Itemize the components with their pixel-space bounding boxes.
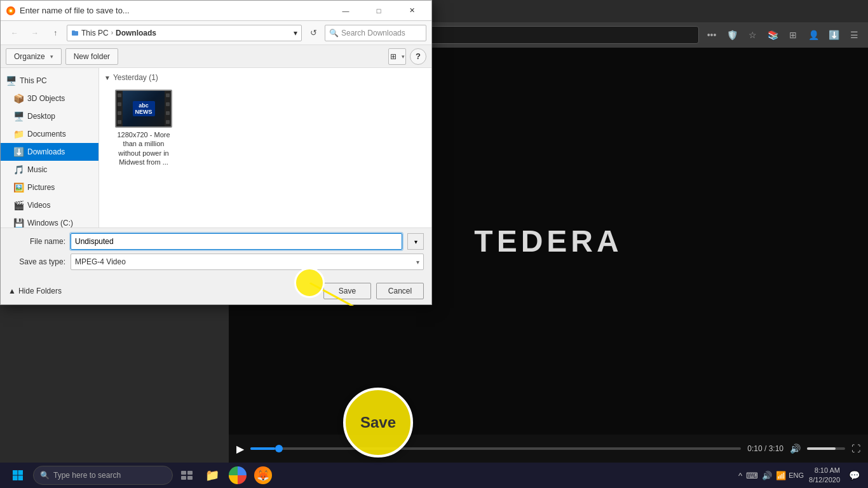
svg-rect-12: [181, 476, 186, 480]
sidebar-item-3d-objects[interactable]: 📦 3D Objects: [1, 90, 98, 107]
tray-chevron-icon[interactable]: ^: [738, 471, 742, 480]
sidebar-item-music[interactable]: 🎵 Music: [1, 161, 98, 179]
sidebar-label-videos: Videos: [27, 201, 50, 210]
library-button[interactable]: 📚: [764, 26, 782, 44]
organize-button[interactable]: Organize ▾: [6, 48, 62, 65]
film-strip-right: [165, 91, 171, 126]
menu-button[interactable]: ☰: [845, 26, 863, 44]
date-group-label: Yesterday (1): [113, 73, 158, 82]
sidebar-label-3d-objects: 3D Objects: [27, 94, 65, 103]
sidebar-item-desktop[interactable]: 🖥️ Desktop: [1, 107, 98, 125]
folder-icon: 📁: [205, 468, 219, 482]
breadcrumb-dropdown-arrow[interactable]: ▾: [294, 29, 297, 37]
search-icon: 🔍: [329, 29, 339, 37]
search-placeholder: Search Downloads: [341, 29, 405, 37]
filename-input[interactable]: [71, 233, 402, 250]
notification-button[interactable]: 💬: [845, 466, 863, 484]
chrome-button[interactable]: [226, 464, 249, 487]
sidebar-label-documents: Documents: [27, 130, 66, 139]
dialog-save-cancel: Save Cancel: [323, 283, 424, 299]
sidebar-item-videos[interactable]: 🎬 Videos: [1, 196, 98, 214]
help-button[interactable]: ?: [410, 48, 426, 65]
synced-tabs-button[interactable]: ⊞: [784, 26, 802, 44]
dialog-nav-toolbar: ← → ↑ This PC › Downloads ▾ ↺ 🔍 Search D…: [1, 21, 431, 45]
fullscreen-button[interactable]: ⛶: [851, 444, 860, 454]
pictures-icon: 🖼️: [13, 182, 24, 193]
nav-forward-button[interactable]: →: [26, 24, 44, 42]
volume-icon[interactable]: 🔊: [790, 444, 801, 454]
cancel-button[interactable]: Cancel: [376, 283, 424, 299]
sidebar-item-windows-c[interactable]: 💾 Windows (C:): [1, 214, 98, 227]
organize-arrow-icon: ▾: [50, 53, 53, 60]
start-button[interactable]: [5, 463, 31, 488]
sidebar-label-this-pc: This PC: [20, 76, 47, 85]
breadcrumb[interactable]: This PC › Downloads ▾: [67, 25, 302, 41]
saveas-value: MPEG-4 Video: [75, 257, 126, 266]
taskbar-right: ENG 8:10 AM 8/12/2020 💬: [789, 466, 863, 485]
firefox-title-icon: [6, 6, 16, 16]
video-overlay-text: TEDERА: [474, 224, 622, 259]
saveas-arrow-icon: ▾: [416, 259, 419, 266]
clock[interactable]: 8:10 AM 8/12/2020: [809, 466, 840, 485]
close-button[interactable]: ✕: [397, 1, 426, 21]
task-view-button[interactable]: [175, 464, 198, 487]
more-button[interactable]: •••: [703, 26, 721, 44]
nav-back-button[interactable]: ←: [6, 24, 24, 42]
taskbar-search[interactable]: 🔍 Type here to search: [33, 466, 173, 485]
sidebar-item-this-pc[interactable]: 🖥️ This PC: [1, 72, 98, 90]
desktop-icon: 🖥️: [13, 111, 24, 121]
file-thumbnail: abcNEWS: [115, 90, 172, 128]
account-button[interactable]: 👤: [804, 26, 822, 44]
svg-point-2: [10, 10, 12, 12]
svg-rect-10: [181, 471, 186, 475]
volume-fill: [807, 447, 836, 450]
hide-folders-button[interactable]: ▲ Hide Folders: [8, 287, 62, 295]
saveas-select[interactable]: MPEG-4 Video ▾: [71, 254, 424, 270]
file-item-video[interactable]: abcNEWS 1280x720 - More than a million w…: [112, 87, 175, 169]
file-explorer-button[interactable]: 📁: [201, 464, 224, 487]
dialog-title: Enter name of file to save to...: [20, 6, 327, 15]
minimize-button[interactable]: —: [331, 1, 360, 21]
film-strip-left: [116, 91, 123, 126]
breadcrumb-separator: ›: [111, 29, 113, 36]
pocket-button[interactable]: 🛡️: [723, 26, 741, 44]
speaker-icon[interactable]: 🔊: [762, 471, 772, 480]
refresh-button[interactable]: ↺: [304, 24, 322, 42]
network-tray-icon[interactable]: 📶: [776, 471, 786, 480]
sidebar-item-pictures[interactable]: 🖼️ Pictures: [1, 179, 98, 196]
dialog-sidebar: 🖥️ This PC 📦 3D Objects 🖥️ Desktop 📁 Doc…: [1, 68, 99, 227]
breadcrumb-current: Downloads: [116, 29, 156, 37]
search-box[interactable]: 🔍 Search Downloads: [325, 25, 426, 41]
browser-toolbar-icons: ••• 🛡️ ☆ 📚 ⊞ 👤 ⬇️ ☰: [703, 26, 863, 44]
file-name: 1280x720 - More than a million without p…: [114, 130, 173, 166]
play-button[interactable]: ▶: [236, 443, 244, 455]
video-controls[interactable]: ▶ 0:10 / 3:10 🔊 ⛶: [229, 435, 868, 463]
firefox-button[interactable]: 🦊: [252, 464, 275, 487]
saveas-label: Save as type:: [8, 257, 65, 266]
svg-rect-7: [18, 470, 24, 475]
annotation-dot-save: [294, 268, 325, 298]
film-hole: [118, 120, 121, 124]
time-display: 0:10 / 3:10: [747, 444, 783, 453]
film-hole: [118, 111, 121, 115]
sidebar-item-downloads[interactable]: ⬇️ Downloads: [1, 143, 98, 161]
sidebar-item-documents[interactable]: 📁 Documents: [1, 125, 98, 143]
this-pc-icon: 🖥️: [6, 76, 16, 86]
downloads-button[interactable]: ⬇️: [825, 26, 843, 44]
annotation-circle-save: Save: [343, 388, 413, 458]
view-toggle-button[interactable]: ⊞ ▾: [388, 48, 406, 65]
system-tray: ^ ⌨ 🔊 📶: [738, 471, 786, 480]
keyboard-icon[interactable]: ⌨: [746, 471, 758, 480]
film-hole: [166, 120, 170, 124]
save-button[interactable]: Save: [323, 283, 371, 299]
svg-rect-11: [187, 471, 193, 475]
nav-up-button[interactable]: ↑: [46, 24, 64, 42]
saveas-row: Save as type: MPEG-4 Video ▾: [8, 254, 424, 270]
progress-bar[interactable]: [250, 447, 741, 450]
maximize-button[interactable]: □: [364, 1, 393, 21]
date-group-yesterday[interactable]: ▼ Yesterday (1): [104, 73, 426, 82]
volume-bar[interactable]: [807, 447, 845, 450]
new-folder-button[interactable]: New folder: [65, 48, 118, 65]
bookmark-button[interactable]: ☆: [743, 26, 761, 44]
filename-dropdown-button[interactable]: ▾: [407, 233, 424, 250]
